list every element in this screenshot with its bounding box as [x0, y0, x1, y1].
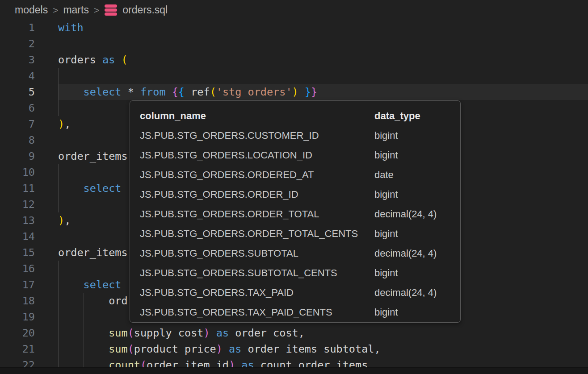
code-line-20[interactable]: 20 sum(supply_cost) as order_cost,	[0, 325, 588, 341]
code-line-5[interactable]: 5 select * from {{ ref('stg_orders') }}	[0, 84, 588, 100]
line-number-12: 12	[0, 198, 58, 211]
code-text[interactable]: sum(product_price) as order_items_subtot…	[58, 341, 588, 357]
line-number-13: 13	[0, 214, 58, 227]
line-number-4: 4	[0, 70, 58, 82]
breadcrumb-item-marts[interactable]: marts	[63, 4, 89, 16]
code-text[interactable]: select * from {{ ref('stg_orders') }}	[58, 84, 588, 100]
editor-bottom-edge	[0, 367, 588, 374]
breadcrumb-item-models[interactable]: models	[15, 4, 48, 16]
code-editor[interactable]: 1with23orders as (45 select * from {{ re…	[0, 20, 588, 367]
line-number-16: 16	[0, 262, 58, 275]
token-ws	[229, 327, 235, 339]
token-pl: ,	[374, 343, 380, 355]
line-number-10: 10	[0, 166, 58, 179]
token-ws	[115, 54, 121, 66]
breadcrumb: models > marts > orders.sql	[0, 0, 588, 20]
line-number-15: 15	[0, 246, 58, 259]
popup-cell-column-name: JS.PUB.STG_ORDERS.SUBTOTAL	[140, 248, 374, 259]
popup-cell-data-type: decimal(24, 4)	[374, 208, 450, 220]
editor-window: models > marts > orders.sql 1with23order…	[0, 0, 588, 374]
token-id: product_price	[134, 343, 216, 355]
code-text[interactable]: with	[58, 20, 588, 36]
token-fn: sum	[109, 343, 127, 355]
token-id: supply_cost	[134, 327, 204, 339]
popup-cell-data-type: bigint	[374, 267, 450, 279]
popup-cell-column-name: JS.PUB.STG_ORDERS.LOCATION_ID	[140, 150, 374, 161]
token-ws	[210, 327, 216, 339]
token-pl: *	[128, 86, 134, 98]
popup-cell-data-type: bigint	[374, 150, 450, 161]
breadcrumb-item-filename[interactable]: orders.sql	[122, 4, 168, 16]
line-number-18: 18	[0, 295, 58, 307]
code-line-4[interactable]: 4	[0, 68, 588, 84]
code-line-1[interactable]: 1with	[0, 20, 588, 36]
token-fn: count	[109, 359, 140, 367]
line-number-17: 17	[0, 278, 58, 291]
token-str: 'stg_orders'	[216, 86, 292, 98]
code-text[interactable]	[58, 36, 588, 52]
popup-cell-data-type: bigint	[374, 130, 450, 141]
token-id: orders	[58, 54, 96, 66]
popup-cell-data-type: date	[374, 169, 450, 181]
line-number-1: 1	[0, 21, 58, 34]
token-kw: as	[241, 359, 254, 367]
token-b2: )	[229, 359, 235, 367]
code-line-3[interactable]: 3orders as (	[0, 52, 588, 68]
token-ws	[166, 86, 172, 98]
code-text[interactable]: sum(supply_cost) as order_cost,	[58, 325, 588, 341]
token-b3: {	[178, 86, 185, 98]
popup-cell-column-name: JS.PUB.STG_ORDERS.SUBTOTAL_CENTS	[140, 267, 374, 279]
token-ws	[235, 359, 241, 367]
code-text[interactable]	[58, 68, 588, 84]
token-b1: (	[122, 54, 128, 66]
token-ws	[134, 86, 140, 98]
indent-guide	[58, 261, 59, 367]
popup-cell-data-type: bigint	[374, 189, 450, 200]
code-line-2[interactable]: 2	[0, 36, 588, 52]
popup-cell-column-name: JS.PUB.STG_ORDERS.CUSTOMER_ID	[140, 130, 374, 141]
indent-guide	[58, 68, 59, 116]
line-number-2: 2	[0, 37, 58, 50]
token-ws	[254, 359, 260, 367]
token-kw: as	[102, 54, 115, 66]
token-ws	[223, 343, 229, 355]
line-number-20: 20	[0, 327, 58, 339]
code-text[interactable]: orders as (	[58, 52, 588, 68]
popup-cell-column-name: JS.PUB.STG_ORDERS.TAX_PAID	[140, 287, 374, 299]
token-kw: as	[216, 327, 229, 339]
code-line-22[interactable]: 22 count(order_item_id) as count_order_i…	[0, 357, 588, 367]
token-b2: (	[128, 343, 134, 355]
popup-cell-column-name: JS.PUB.STG_ORDERS.ORDER_TOTAL	[140, 208, 374, 220]
line-number-11: 11	[0, 182, 58, 195]
token-b2: {	[172, 86, 178, 98]
token-kw: select	[84, 182, 122, 195]
token-id: order_cost	[235, 327, 298, 339]
token-ws	[121, 86, 127, 98]
popup-header-column-name: column_name	[140, 110, 374, 122]
token-id: ord	[109, 295, 127, 307]
token-id: order_item_id	[147, 359, 229, 367]
token-kw: as	[229, 343, 241, 355]
token-ws	[241, 343, 248, 355]
token-b1: )	[292, 86, 298, 98]
indent-guide	[58, 164, 59, 212]
token-pl: ,	[298, 327, 305, 339]
token-ws	[298, 86, 305, 98]
line-number-14: 14	[0, 230, 58, 243]
popup-cell-data-type: bigint	[374, 228, 450, 240]
token-id: ref	[191, 86, 210, 98]
popup-cell-data-type: decimal(24, 4)	[374, 287, 450, 299]
popup-table: column_namedata_typeJS.PUB.STG_ORDERS.CU…	[140, 106, 450, 322]
token-ws	[58, 278, 84, 291]
line-number-7: 7	[0, 118, 58, 130]
code-line-21[interactable]: 21 sum(product_price) as order_items_sub…	[0, 341, 588, 357]
token-ws	[58, 86, 84, 98]
popup-cell-column-name: JS.PUB.STG_ORDERS.ORDER_ID	[140, 189, 374, 200]
token-id: count_order_items	[260, 359, 368, 367]
token-pl: ,	[64, 118, 71, 130]
popup-cell-data-type: decimal(24, 4)	[374, 248, 450, 259]
chevron-right-icon: >	[53, 4, 58, 16]
token-id: order_items	[58, 246, 128, 259]
popup-cell-column-name: JS.PUB.STG_ORDERS.TAX_PAID_CENTS	[140, 307, 374, 318]
code-text[interactable]: count(order_item_id) as count_order_item…	[58, 357, 588, 367]
